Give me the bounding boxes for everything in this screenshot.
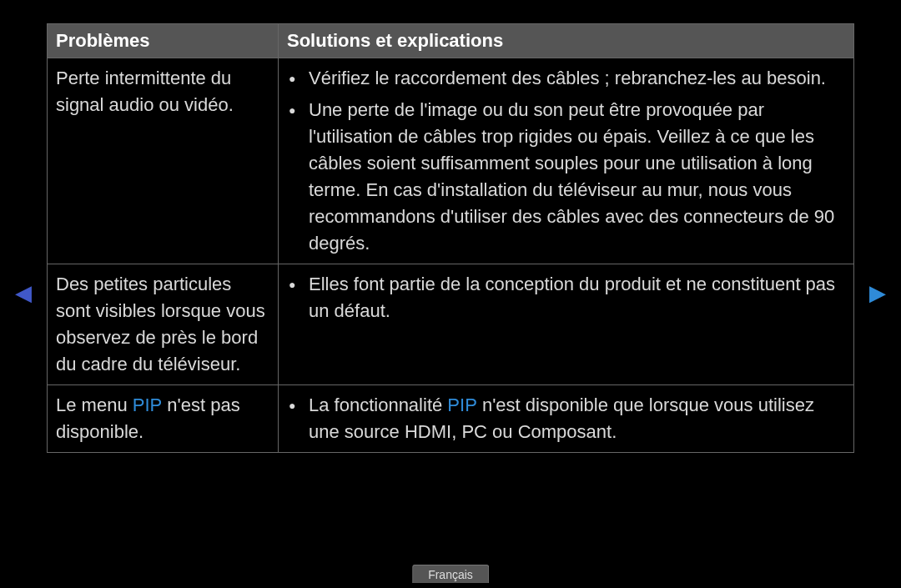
table-row: Perte intermittente du signal audio ou v… <box>48 58 853 264</box>
solution-cell: La fonctionnalité PIP n'est disponible q… <box>278 385 853 452</box>
keyword-pip: PIP <box>133 395 162 415</box>
language-tab[interactable]: Français <box>412 565 489 583</box>
solution-item: Elles font partie de la conception du pr… <box>287 271 845 324</box>
solution-cell: Elles font partie de la conception du pr… <box>278 264 853 384</box>
problem-cell: Perte intermittente du signal audio ou v… <box>48 58 278 264</box>
next-page-arrow[interactable]: ▶ <box>869 282 886 304</box>
text-fragment: La fonctionnalité <box>309 395 447 415</box>
solution-cell: Vérifiez le raccordement des câbles ; re… <box>278 58 853 264</box>
troubleshooting-table: Problèmes Solutions et explications Pert… <box>47 23 854 453</box>
header-solutions: Solutions et explications <box>278 24 853 58</box>
solution-item: La fonctionnalité PIP n'est disponible q… <box>287 392 845 445</box>
solution-item: Une perte de l'image ou du son peut être… <box>287 97 845 257</box>
text-fragment: Le menu <box>56 395 133 415</box>
prev-page-arrow[interactable]: ◀ <box>15 282 32 304</box>
problem-cell: Des petites particules sont visibles lor… <box>48 264 278 384</box>
keyword-pip: PIP <box>447 395 476 415</box>
problem-cell: Le menu PIP n'est pas disponible. <box>48 385 278 452</box>
table-row: Le menu PIP n'est pas disponible. La fon… <box>48 385 853 452</box>
manual-page: Problèmes Solutions et explications Pert… <box>0 0 901 588</box>
table-row: Des petites particules sont visibles lor… <box>48 264 853 385</box>
header-problems: Problèmes <box>48 24 278 58</box>
solution-item: Vérifiez le raccordement des câbles ; re… <box>287 65 845 92</box>
table-header-row: Problèmes Solutions et explications <box>48 24 853 58</box>
